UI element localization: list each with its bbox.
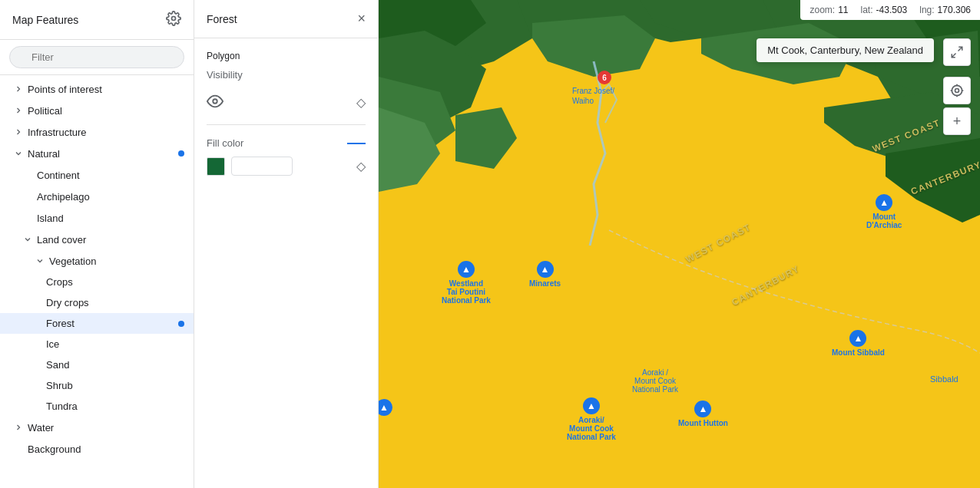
settings-icon[interactable] [166, 11, 181, 28]
sidebar-item-label: Archipelago [37, 191, 184, 203]
sidebar-item-vegetation[interactable]: Vegetation [0, 250, 194, 272]
sidebar-item-natural[interactable]: Natural [0, 143, 194, 164]
sidebar-item-points-of-interest[interactable]: Points of interest [0, 78, 194, 100]
sidebar-item-label: Infrastructure [28, 127, 184, 138]
fill-color-header: Fill color [207, 137, 366, 149]
filter-bar [0, 40, 194, 75]
sidebar-item-forest[interactable]: Forest [0, 313, 194, 334]
fill-color-label: Fill color [207, 137, 243, 149]
sidebar-item-label: Island [37, 213, 184, 224]
lng-display: lng: 170.306 [919, 5, 971, 15]
sidebar-item-background[interactable]: Background [0, 438, 194, 460]
visibility-controls: ◇ [207, 93, 366, 112]
sidebar-item-crops[interactable]: Crops [0, 272, 194, 292]
map-controls: + [943, 77, 971, 135]
sidebar-item-label: Tundra [46, 401, 184, 412]
zoom-label: zoom: [809, 5, 835, 15]
chevron-right-icon [12, 83, 25, 95]
svg-line-6 [958, 47, 962, 51]
lng-label: lng: [919, 5, 934, 15]
location-tooltip-text: Mt Cook, Canterbury, New Zealand [767, 45, 923, 56]
map-coordinates-bar: zoom: 11 lat: -43.503 lng: 170.306 [800, 0, 980, 20]
visibility-row: Visibility [207, 69, 366, 81]
locate-button[interactable] [943, 77, 971, 104]
section-divider [207, 124, 366, 125]
chevron-right-icon [12, 126, 25, 138]
sidebar-item-label: Political [28, 105, 184, 117]
eye-icon[interactable] [207, 93, 223, 112]
filter-input[interactable] [9, 46, 184, 68]
sidebar-item-label: Water [28, 422, 184, 434]
lat-label: lat: [861, 5, 873, 15]
sidebar-item-label: Land cover [37, 234, 184, 246]
sidebar-item-dry-crops[interactable]: Dry crops [0, 292, 194, 313]
lng-value: 170.306 [938, 5, 971, 15]
sidebar-item-tundra[interactable]: Tundra [0, 396, 194, 417]
lat-display: lat: -43.503 [861, 5, 908, 15]
sidebar-item-label: Points of interest [28, 84, 184, 95]
chevron-down-icon [34, 255, 46, 267]
sidebar-item-label: Shrub [46, 380, 184, 391]
sidebar-item-continent[interactable]: Continent [0, 164, 194, 186]
sidebar-item-land-cover[interactable]: Land cover [0, 229, 194, 250]
sidebar-item-label: Forest [46, 318, 184, 329]
blue-line-indicator [347, 143, 366, 144]
sidebar-item-infrastructure[interactable]: Infrastructure [0, 121, 194, 143]
detail-panel-title: Forest [207, 13, 237, 25]
diamond-icon-fill[interactable]: ◇ [356, 159, 366, 173]
app-title: Map Features [12, 14, 78, 26]
route-marker: 6 [598, 71, 611, 84]
sidebar-item-label: Background [28, 443, 184, 455]
active-dot [178, 321, 184, 327]
detail-panel-header: Forest × [194, 0, 378, 38]
fullscreen-button[interactable] [943, 38, 971, 66]
sidebar-item-island[interactable]: Island [0, 207, 194, 229]
fill-color-controls: 146735 ◇ [207, 157, 366, 176]
left-panel: Map Features Points of [0, 0, 194, 488]
color-hex-input[interactable]: 146735 [231, 157, 293, 176]
sidebar-item-label: Dry crops [46, 297, 184, 308]
sidebar-item-water[interactable]: Water [0, 417, 194, 438]
marker-badge: 6 [598, 71, 611, 84]
sidebar-item-label: Continent [37, 170, 184, 181]
left-panel-header: Map Features [0, 0, 194, 40]
zoom-display: zoom: 11 [809, 5, 848, 15]
sidebar-item-label: Crops [46, 276, 184, 288]
location-tooltip: Mt Cook, Canterbury, New Zealand [757, 38, 934, 62]
color-swatch[interactable] [207, 157, 225, 176]
lat-value: -43.503 [876, 5, 908, 15]
sidebar-item-sand[interactable]: Sand [0, 354, 194, 375]
close-button[interactable]: × [357, 11, 366, 27]
svg-line-7 [952, 54, 955, 58]
nav-tree: Points of interest Political Infrastruct… [0, 75, 194, 488]
diamond-icon[interactable]: ◇ [356, 95, 366, 110]
sidebar-item-shrub[interactable]: Shrub [0, 375, 194, 396]
plus-icon: + [953, 114, 962, 130]
chevron-right-icon [12, 421, 25, 434]
zoom-value: 11 [838, 5, 848, 15]
svg-point-4 [213, 99, 217, 104]
sidebar-item-label: Vegetation [49, 256, 184, 267]
sidebar-item-archipelago[interactable]: Archipelago [0, 186, 194, 207]
map-canvas[interactable]: zoom: 11 lat: -43.503 lng: 170.306 Mt Co… [379, 0, 980, 488]
visibility-label: Visibility [207, 69, 243, 81]
chevron-right-icon [12, 104, 25, 117]
map-panel: zoom: 11 lat: -43.503 lng: 170.306 Mt Co… [379, 0, 980, 488]
chevron-down-icon [12, 147, 25, 160]
sidebar-item-label: Ice [46, 338, 184, 350]
detail-panel: Forest × Polygon Visibility ◇ Fill color [194, 0, 379, 488]
sidebar-item-label: Sand [46, 359, 184, 371]
detail-panel-content: Polygon Visibility ◇ Fill color 146735 ◇ [194, 38, 378, 488]
active-dot [178, 150, 184, 157]
svg-point-9 [952, 85, 962, 95]
sidebar-item-label: Natural [28, 148, 184, 160]
sidebar-item-ice[interactable]: Ice [0, 334, 194, 354]
polygon-section-title: Polygon [207, 51, 366, 61]
chevron-down-icon [22, 233, 34, 246]
svg-point-0 [172, 17, 176, 21]
zoom-in-button[interactable]: + [943, 107, 971, 135]
sidebar-item-political[interactable]: Political [0, 100, 194, 121]
svg-point-8 [955, 89, 959, 93]
